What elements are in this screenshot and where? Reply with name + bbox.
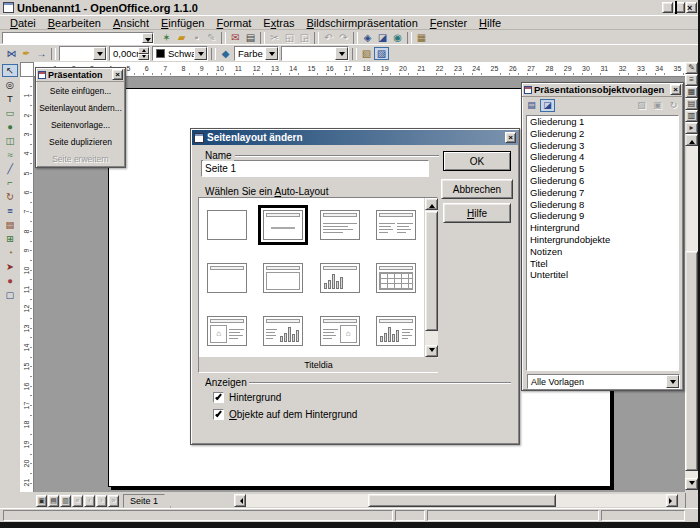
scroll-down-button[interactable] xyxy=(425,345,438,357)
line-width-spinner[interactable]: 0,00cm xyxy=(109,46,150,61)
page-tab[interactable]: Seite 1 xyxy=(123,494,171,508)
vertical-ruler[interactable]: 123456789101112131415161718192021 xyxy=(20,77,34,492)
palette-item-seite-duplizieren[interactable]: Seite duplizieren xyxy=(36,133,125,150)
menu-bildschirmpr-sentation[interactable]: Bildschirmpräsentation xyxy=(301,17,424,29)
menu-hilfe[interactable]: Hilfe xyxy=(473,17,507,29)
update-style-icon[interactable]: ↻ xyxy=(666,99,681,112)
menu-extras[interactable]: Extras xyxy=(257,17,300,29)
stylist-icon[interactable]: ◪ xyxy=(375,31,390,44)
shadow-icon[interactable]: ▧ xyxy=(359,47,374,60)
3d-object-icon[interactable]: ◫ xyxy=(2,134,18,147)
print-file-icon[interactable]: ▤ xyxy=(243,31,258,44)
prev-page-icon[interactable]: ‹ xyxy=(84,495,95,507)
lines-arrows-icon[interactable]: ╱ xyxy=(2,162,18,175)
style-item[interactable]: Gliederung 7 xyxy=(527,187,678,199)
edit-points-icon[interactable]: ⋈ xyxy=(4,47,19,60)
horizontal-scrollbar-track[interactable] xyxy=(246,494,666,507)
notes-view-icon[interactable]: ▤ xyxy=(685,98,698,110)
ellipse-icon[interactable]: ● xyxy=(2,120,18,133)
glue-points-icon[interactable]: ● xyxy=(2,274,18,287)
outline-view-icon[interactable]: ≡ xyxy=(685,74,698,86)
first-page-icon[interactable]: « xyxy=(72,495,83,507)
cut-icon[interactable]: ✂ xyxy=(267,31,282,44)
stylist-close-button[interactable]: × xyxy=(670,84,681,95)
paragraph-styles-icon[interactable]: ▤ xyxy=(524,99,539,112)
combo-dropdown-button[interactable] xyxy=(194,47,207,60)
hintergrund-checkbox[interactable] xyxy=(213,392,224,403)
vertical-scrollbar-thumb[interactable] xyxy=(685,251,698,471)
abbrechen-button[interactable]: Abbrechen xyxy=(441,179,513,199)
layout-scrollbar[interactable] xyxy=(425,198,438,357)
presentation-box-icon[interactable]: ▢ xyxy=(2,288,18,301)
style-list[interactable]: Gliederung 1Gliederung 2Gliederung 3Glie… xyxy=(526,115,679,371)
ok-button[interactable]: OK xyxy=(443,151,511,171)
style-item[interactable]: Untertitel xyxy=(527,269,678,281)
rectangle-icon[interactable]: ▭ xyxy=(2,106,18,119)
layout-option-title-bullets-clipart[interactable]: ⌂ xyxy=(312,304,368,357)
insert-icon[interactable]: ⊞ xyxy=(2,232,18,245)
page-name-input[interactable] xyxy=(201,160,429,177)
menu-bearbeiten[interactable]: Bearbeiten xyxy=(42,17,107,29)
vertical-scrollbar-track[interactable] xyxy=(685,146,698,478)
new-style-from-selection-icon[interactable]: ▣ xyxy=(650,99,665,112)
menu-fenster[interactable]: Fenster xyxy=(424,17,473,29)
layout-option-title-table[interactable] xyxy=(368,251,424,304)
effects-icon[interactable]: ◔ xyxy=(2,246,18,259)
dialog-titlebar[interactable]: Seitenlayout ändern × xyxy=(192,130,518,145)
combo-dropdown-button[interactable] xyxy=(666,375,679,388)
menu-format[interactable]: Format xyxy=(210,17,257,29)
presentation-styles-icon[interactable]: ◪ xyxy=(540,99,555,112)
scroll-down-button[interactable] xyxy=(685,478,698,490)
layout-option-title-2bullets[interactable] xyxy=(368,198,424,251)
style-item[interactable]: Hintergrund xyxy=(527,222,678,234)
drawing-view-icon[interactable]: ✎ xyxy=(685,62,698,74)
palette-item-seite-einfügen[interactable]: Seite einfügen... xyxy=(36,82,125,99)
style-item[interactable]: Gliederung 4 xyxy=(527,151,678,163)
menu-datei[interactable]: Datei xyxy=(4,17,42,29)
stylist-titlebar[interactable]: Präsentationsobjektvorlagen × xyxy=(522,83,683,97)
scroll-left-button[interactable] xyxy=(234,494,246,507)
dialog-close-button[interactable]: × xyxy=(505,132,516,143)
palette-item-seitenvorlage[interactable]: Seitenvorlage... xyxy=(36,116,125,133)
navigator-icon[interactable]: ◈ xyxy=(360,31,375,44)
combo-dropdown-button[interactable] xyxy=(335,47,348,60)
scroll-up-button[interactable] xyxy=(685,134,698,146)
fill-format-mode-icon[interactable]: ▨ xyxy=(634,99,649,112)
combo-dropdown-button[interactable] xyxy=(93,47,106,60)
arrange-icon[interactable]: ▤ xyxy=(2,218,18,231)
combo-dropdown-button[interactable] xyxy=(265,47,278,60)
menu-einf-gen[interactable]: Einfügen xyxy=(155,17,210,29)
layout-option-title-only[interactable] xyxy=(199,251,255,304)
gallery-icon[interactable]: ▦ xyxy=(414,31,429,44)
maximize-button[interactable] xyxy=(674,2,685,13)
arrow-style-icon[interactable]: → xyxy=(34,47,49,60)
style-item[interactable]: Gliederung 5 xyxy=(527,163,678,175)
layout-option-title-subtitle[interactable] xyxy=(255,198,311,251)
style-filter-combobox[interactable]: Alle Vorlagen xyxy=(527,374,680,389)
layout-option-title-chart-bullets[interactable] xyxy=(368,304,424,357)
text-icon[interactable]: T xyxy=(2,92,18,105)
minimize-button[interactable] xyxy=(662,2,673,13)
slide-view-icon[interactable]: ▦ xyxy=(685,86,698,98)
menu-ansicht[interactable]: Ansicht xyxy=(107,17,155,29)
style-item[interactable]: Notizen xyxy=(527,246,678,258)
paste-icon[interactable]: ◲ xyxy=(297,31,312,44)
layout-option-blank[interactable] xyxy=(199,198,255,251)
handout-view-icon[interactable]: ▥ xyxy=(685,110,698,122)
line-color-combobox[interactable]: Schwarz xyxy=(152,46,208,61)
select-icon[interactable]: ↖ xyxy=(2,64,18,77)
edit-file-icon[interactable]: ✎ xyxy=(204,31,219,44)
scroll-up-button[interactable] xyxy=(425,198,438,210)
open-document-icon[interactable]: ▰ xyxy=(174,31,189,44)
style-item[interactable]: Gliederung 2 xyxy=(527,128,678,140)
layout-option-title-clipart-bullets[interactable]: ⌂ xyxy=(199,304,255,357)
hyperlink-dialog-icon[interactable]: ◉ xyxy=(390,31,405,44)
redo-icon[interactable]: ↷ xyxy=(336,31,351,44)
style-item[interactable]: Gliederung 6 xyxy=(527,175,678,187)
fill-color-combobox[interactable] xyxy=(281,46,349,61)
presentation-box-toggle-icon[interactable]: ▨ xyxy=(374,47,389,60)
hilfe-button[interactable]: Hilfe xyxy=(443,203,511,223)
spin-down-button[interactable] xyxy=(138,54,149,61)
layout-option-title-bullets-chart[interactable] xyxy=(255,304,311,357)
horizontal-scrollbar-thumb[interactable] xyxy=(368,494,556,507)
